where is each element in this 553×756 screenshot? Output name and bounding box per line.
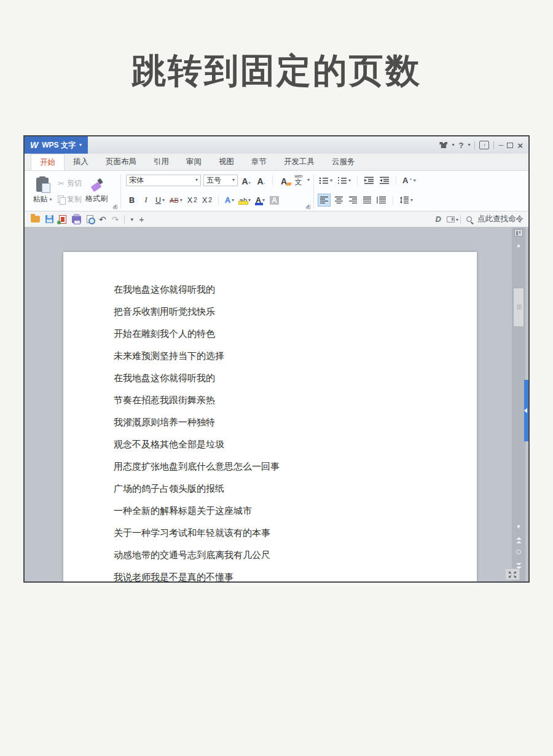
cut-button[interactable]: ✂ 剪切	[58, 178, 82, 189]
document-line[interactable]: 关于一种学习考试和年轻就该有的本事	[114, 522, 446, 544]
numbered-list-button[interactable]: ▾	[336, 174, 352, 187]
align-center-button[interactable]	[333, 194, 345, 207]
underline-button[interactable]: U▾	[154, 194, 166, 207]
print-preview-icon[interactable]	[87, 215, 93, 223]
scrollbar-thumb[interactable]	[513, 288, 524, 327]
chevron-down-icon: ▾	[410, 198, 413, 203]
decrease-indent-button[interactable]	[363, 174, 375, 187]
divider	[357, 176, 358, 185]
font-family-select[interactable]: 宋体 ▾	[126, 175, 201, 186]
ruler-toggle-icon[interactable]	[514, 229, 523, 237]
bold-button[interactable]: B	[126, 194, 138, 207]
clear-format-button[interactable]: A	[278, 174, 290, 186]
document-line[interactable]: 广场的鸽子占领头版的报纸	[114, 478, 446, 500]
divider	[218, 195, 219, 205]
wps-logo-icon: W	[30, 140, 38, 150]
side-panel-toggle[interactable]	[524, 380, 528, 441]
select-browse-object-icon[interactable]	[516, 549, 521, 554]
chevron-down-icon[interactable]: ▾	[452, 143, 454, 148]
document-page[interactable]: 在我地盘这你就得听我的 把音乐收割用听觉找快乐 开始在雕刻我个人的特色 未来难预…	[63, 252, 477, 581]
chevron-down-icon[interactable]: ▾	[468, 143, 470, 148]
distribute-button[interactable]	[375, 194, 388, 207]
copy-label: 复制	[67, 194, 82, 205]
document-line[interactable]: 把音乐收割用听觉找快乐	[114, 301, 446, 323]
italic-button[interactable]: I	[140, 194, 152, 207]
align-left-button[interactable]	[318, 194, 331, 207]
align-right-button[interactable]	[347, 194, 359, 207]
document-line[interactable]: 开始在雕刻我个人的特色	[114, 323, 446, 345]
restore-up-icon[interactable]: ↑	[479, 141, 489, 149]
docer-icon[interactable]: D	[436, 215, 441, 224]
tab-review[interactable]: 审阅	[178, 154, 210, 170]
tab-cloud[interactable]: 云服务	[323, 154, 364, 170]
format-painter-button[interactable]: 格式刷	[83, 173, 110, 210]
find-command-entry[interactable]: 点此查找命令	[477, 214, 524, 224]
close-button[interactable]: ×	[517, 140, 523, 151]
sparkle-icon: ⁺	[409, 178, 412, 183]
subscript-button[interactable]: X2	[201, 194, 213, 207]
char-shading-button[interactable]: A	[269, 194, 280, 207]
document-line[interactable]: 我灌溉原则培养一种独特	[114, 411, 446, 433]
tab-references[interactable]: 引用	[145, 154, 178, 170]
line-spacing-button[interactable]: ▾	[398, 194, 414, 207]
document-line[interactable]: 节奏在招惹我跟街舞亲热	[114, 389, 446, 411]
undo-icon[interactable]: ↶	[99, 215, 106, 224]
document-line[interactable]: 在我地盘这你就得听我的	[114, 367, 446, 389]
font-color-button[interactable]: A▾	[254, 194, 266, 207]
bold-icon: B	[129, 196, 135, 205]
document-line[interactable]: 一种全新的解释标题关于这座城市	[114, 500, 446, 522]
tab-home[interactable]: 开始	[31, 154, 65, 170]
clipboard-group: 粘贴▾ ✂ 剪切 复制 格式刷	[28, 173, 118, 210]
scroll-down-icon[interactable]: ▼	[512, 524, 525, 530]
font-size-select[interactable]: 五号 ▾	[203, 175, 238, 186]
justify-button[interactable]	[361, 194, 373, 207]
minimize-button[interactable]: ─	[498, 141, 503, 149]
highlight-color-button[interactable]: ab▾	[238, 194, 252, 207]
fit-screen-button[interactable]	[505, 569, 520, 580]
bullet-list-button[interactable]: ▾	[318, 174, 334, 187]
superscript-button[interactable]: X2	[186, 194, 198, 207]
maximize-button[interactable]	[507, 143, 513, 148]
page-title: 跳转到固定的页数	[0, 48, 553, 95]
app-menu-button[interactable]: W WPS 文字 ▾	[25, 136, 88, 154]
tab-section[interactable]: 章节	[243, 154, 275, 170]
chevron-down-icon[interactable]: ▾	[307, 178, 310, 183]
tab-developer[interactable]: 开发工具	[275, 154, 323, 170]
redo-icon[interactable]: ↷	[112, 215, 119, 224]
document-line[interactable]: 观念不及格其他全部是垃圾	[114, 433, 446, 455]
text-effects-button[interactable]: A▾	[224, 194, 235, 207]
document-line[interactable]: 在我地盘这你就得听我的	[114, 278, 446, 301]
tab-insert[interactable]: 插入	[65, 154, 97, 170]
document-line[interactable]: 我说老师我是不是真的不懂事	[114, 566, 446, 581]
tab-page-layout[interactable]: 页面布局	[97, 154, 145, 170]
new-document-tab-icon[interactable]: +	[139, 215, 144, 224]
task-panel-icon[interactable]	[447, 216, 455, 222]
help-icon[interactable]: ?	[458, 141, 463, 150]
cut-label: 剪切	[67, 178, 82, 189]
vertical-scrollbar[interactable]: ▲ ▼	[512, 227, 525, 581]
decrease-font-button[interactable]: A-	[255, 174, 267, 186]
export-pdf-icon[interactable]	[59, 215, 66, 224]
pinyin-guide-button[interactable]: wén文	[292, 174, 305, 186]
open-file-icon[interactable]	[31, 216, 40, 222]
group-expander-icon[interactable]	[113, 205, 117, 209]
increase-font-button[interactable]: A+	[240, 174, 253, 186]
customize-toolbar-caret-icon[interactable]: ▾	[130, 216, 133, 222]
document-line[interactable]: 未来难预测坚持当下的选择	[114, 345, 446, 367]
print-icon[interactable]	[72, 216, 81, 223]
paste-button[interactable]: 粘贴▾	[28, 173, 57, 210]
strikethrough-button[interactable]: AB▾	[168, 194, 184, 207]
previous-page-icon[interactable]	[512, 537, 525, 545]
copy-button[interactable]: 复制	[58, 194, 82, 205]
document-line[interactable]: 用态度扩张地盘到底什么意思怎么一回事	[114, 455, 446, 478]
tab-view[interactable]: 视图	[210, 154, 243, 170]
increase-indent-button[interactable]	[378, 174, 391, 187]
group-expander-icon[interactable]	[306, 205, 310, 209]
scroll-up-icon[interactable]: ▲	[512, 242, 525, 248]
text-tools-button[interactable]: A ⁺ ▾	[401, 174, 417, 187]
skin-theme-icon[interactable]	[439, 142, 447, 148]
search-icon[interactable]	[466, 216, 472, 222]
save-icon[interactable]	[45, 215, 53, 223]
document-line[interactable]: 动感地带的交通号志到底离我有几公尺	[114, 544, 446, 566]
underline-icon: U	[155, 196, 161, 205]
